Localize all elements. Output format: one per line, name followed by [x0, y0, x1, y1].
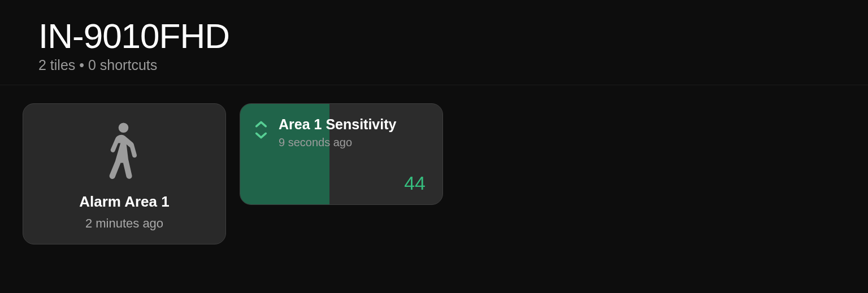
tile-label: Area 1 Sensitivity	[279, 116, 426, 133]
tile-timestamp: 9 seconds ago	[279, 136, 426, 149]
chevron-down-icon[interactable]	[254, 130, 268, 141]
tile-timestamp: 2 minutes ago	[85, 216, 163, 231]
sensitivity-value: 44	[404, 172, 426, 194]
page-subtitle: 2 tiles • 0 shortcuts	[38, 57, 830, 73]
page-title: IN-9010FHD	[38, 16, 830, 56]
page-header: IN-9010FHD 2 tiles • 0 shortcuts	[0, 0, 868, 85]
chevron-up-icon[interactable]	[254, 119, 268, 130]
tile-label: Alarm Area 1	[79, 193, 169, 211]
pedestrian-icon	[102, 121, 147, 183]
stepper	[254, 116, 268, 194]
svg-point-0	[119, 123, 129, 133]
tile-sensitivity[interactable]: Area 1 Sensitivity 9 seconds ago 44	[240, 103, 443, 205]
sensitivity-text: Area 1 Sensitivity 9 seconds ago	[268, 116, 426, 194]
tiles-container: Alarm Area 1 2 minutes ago Area 1 Sensit…	[0, 85, 868, 263]
tile-alarm-area[interactable]: Alarm Area 1 2 minutes ago	[23, 103, 226, 244]
